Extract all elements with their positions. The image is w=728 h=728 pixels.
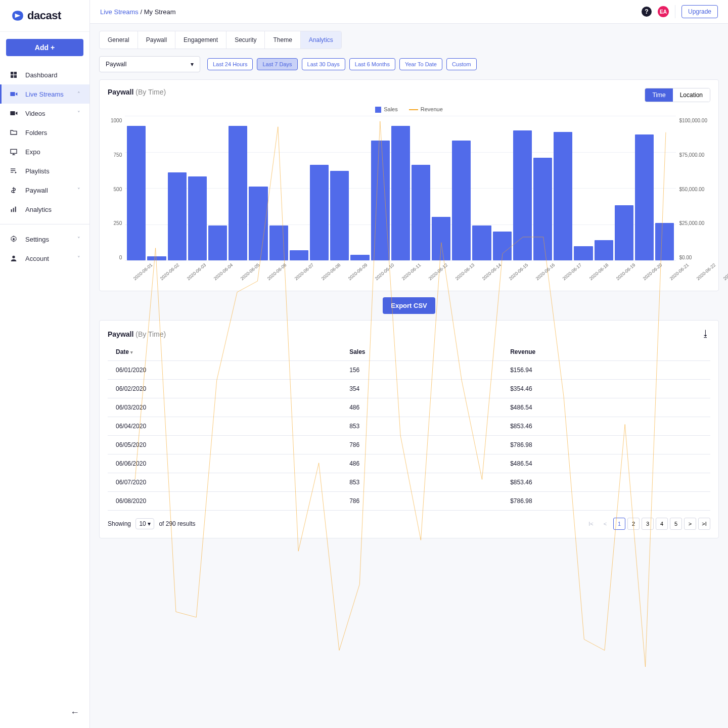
toggle-time[interactable]: Time <box>645 88 672 102</box>
bar <box>208 225 227 260</box>
chevron-icon: ˄ <box>77 91 80 98</box>
add-button[interactable]: Add + <box>6 39 83 56</box>
bar <box>188 176 207 260</box>
video-icon <box>9 109 18 118</box>
sidebar-item-playlists[interactable]: Playlists <box>0 161 89 180</box>
bar <box>554 132 572 261</box>
svg-point-13 <box>13 238 15 240</box>
playlist-icon <box>9 166 18 175</box>
help-icon[interactable]: ? <box>642 7 652 17</box>
card-title: Paywall <box>108 88 133 96</box>
bar <box>412 165 430 260</box>
range-year-to-date[interactable]: Year To Date <box>399 58 442 70</box>
rows-per-page[interactable]: 10 ▾ <box>135 518 154 529</box>
tab-theme[interactable]: Theme <box>265 31 300 49</box>
range-last-6-months[interactable]: Last 6 Months <box>349 58 395 70</box>
range-last-30-days[interactable]: Last 30 Days <box>302 58 345 70</box>
table-row: 06/08/2020786$786.98 <box>108 492 710 511</box>
bar <box>269 225 288 260</box>
svg-rect-1 <box>14 72 17 74</box>
sidebar-item-account[interactable]: Account˅ <box>0 249 89 268</box>
pager-next[interactable]: > <box>684 518 696 530</box>
page-3[interactable]: 3 <box>642 518 654 530</box>
livestream-icon <box>9 89 18 99</box>
results-text: Showing 10 ▾ of 290 results <box>108 520 195 527</box>
pager-prev[interactable]: < <box>599 518 611 530</box>
bar <box>432 217 450 260</box>
download-icon[interactable]: ⭳ <box>701 329 710 339</box>
sidebar-item-dashboard[interactable]: Dashboard <box>0 65 89 84</box>
tab-general[interactable]: General <box>100 31 138 49</box>
expo-icon <box>9 147 18 156</box>
chevron-down-icon: ▾ <box>191 61 194 68</box>
tab-security[interactable]: Security <box>226 31 265 49</box>
svg-rect-6 <box>11 149 17 153</box>
sidebar-item-videos[interactable]: Videos˅ <box>0 104 89 123</box>
bar <box>310 165 329 260</box>
svg-rect-10 <box>11 209 12 212</box>
gear-icon <box>9 235 18 244</box>
pager-last[interactable]: >I <box>698 518 710 530</box>
tab-engagement[interactable]: Engagement <box>175 31 226 49</box>
bar <box>574 246 593 261</box>
bar <box>513 130 532 260</box>
bar <box>127 126 146 260</box>
tab-paywall[interactable]: Paywall <box>138 31 175 49</box>
analytics-icon <box>9 205 18 214</box>
svg-rect-7 <box>11 168 15 169</box>
page-2[interactable]: 2 <box>627 518 640 530</box>
bar <box>229 126 247 260</box>
sidebar-item-expo[interactable]: Expo <box>0 142 89 161</box>
table-row: 06/02/2020354$354.46 <box>108 380 710 398</box>
sidebar-item-live-streams[interactable]: Live Streams˄ <box>0 84 89 104</box>
bar <box>350 255 369 260</box>
bar <box>330 171 349 260</box>
sidebar-item-analytics[interactable]: Analytics <box>0 200 89 219</box>
range-last-24-hours[interactable]: Last 24 Hours <box>207 58 253 70</box>
bar <box>655 223 674 260</box>
svg-rect-11 <box>13 208 14 212</box>
bar <box>472 225 491 260</box>
svg-rect-3 <box>14 75 17 78</box>
bar <box>147 256 166 261</box>
bar <box>290 250 308 260</box>
export-csv-button[interactable]: Export CSV <box>383 297 435 314</box>
bar <box>615 205 633 260</box>
breadcrumb-section[interactable]: Live Streams <box>100 8 139 16</box>
svg-rect-2 <box>11 75 13 78</box>
range-custom[interactable]: Custom <box>446 58 477 70</box>
page-1[interactable]: 1 <box>613 518 625 530</box>
range-last-7-days[interactable]: Last 7 Days <box>257 58 297 70</box>
metric-select[interactable]: Paywall ▾ <box>99 56 200 72</box>
bar <box>635 134 654 260</box>
logo[interactable]: dacast <box>0 0 89 32</box>
avatar[interactable]: EA <box>658 6 669 17</box>
tab-analytics[interactable]: Analytics <box>301 31 341 49</box>
view-toggle: Time Location <box>645 88 710 102</box>
table-row: 06/07/2020853$853.46 <box>108 473 710 492</box>
table-row: 06/06/2020486$486.54 <box>108 454 710 473</box>
toggle-location[interactable]: Location <box>673 88 710 102</box>
bar <box>249 187 267 260</box>
chevron-icon: ˅ <box>77 110 80 117</box>
collapse-sidebar-icon[interactable]: ← <box>60 697 89 728</box>
page-4[interactable]: 4 <box>656 518 668 530</box>
svg-rect-0 <box>11 72 13 74</box>
page-5[interactable]: 5 <box>670 518 682 530</box>
col-revenue[interactable]: Revenue <box>502 343 710 361</box>
pager-first[interactable]: I< <box>585 518 597 530</box>
table-subtitle: (By Time) <box>135 330 166 338</box>
sidebar-item-folders[interactable]: Folders <box>0 123 89 142</box>
card-subtitle: (By Time) <box>135 88 166 96</box>
col-sales[interactable]: Sales <box>341 343 502 361</box>
upgrade-button[interactable]: Upgrade <box>681 5 718 18</box>
paywall-table-card: Paywall (By Time) ⭳ Date▾SalesRevenue 06… <box>99 320 719 538</box>
chart-legend: Sales Revenue <box>108 106 710 113</box>
sidebar-item-settings[interactable]: Settings˅ <box>0 230 89 249</box>
bar <box>595 240 613 260</box>
table-row: 06/04/2020853$853.46 <box>108 417 710 436</box>
bar <box>168 172 187 260</box>
sidebar-item-paywall[interactable]: Paywall˅ <box>0 180 89 200</box>
col-date[interactable]: Date▾ <box>108 343 341 361</box>
breadcrumb-page: My Stream <box>144 8 176 16</box>
